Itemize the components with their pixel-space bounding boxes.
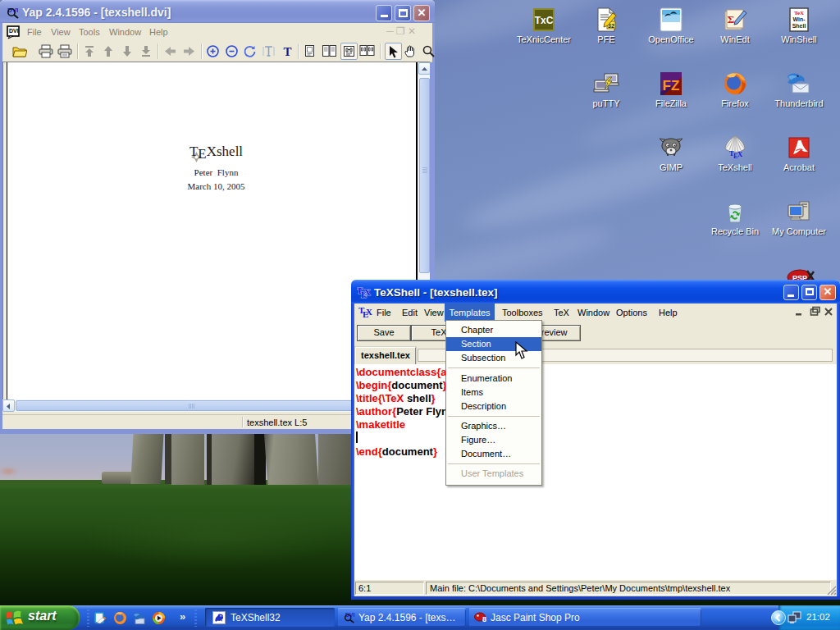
svg-text:8: 8 [482,615,486,623]
svg-text:T: T [283,45,291,58]
svg-text:Σ: Σ [728,13,735,25]
svg-text:X: X [737,150,743,158]
svg-text:TeX: TeX [794,10,804,16]
svg-text:X: X [366,307,372,317]
svg-text:TxC: TxC [535,15,554,26]
svg-text:Shell: Shell [792,23,806,29]
svg-text:Win-: Win- [792,16,806,22]
svg-text:DVI: DVI [9,28,19,34]
svg-text:FZ: FZ [663,78,680,94]
svg-text:X: X [364,287,371,297]
